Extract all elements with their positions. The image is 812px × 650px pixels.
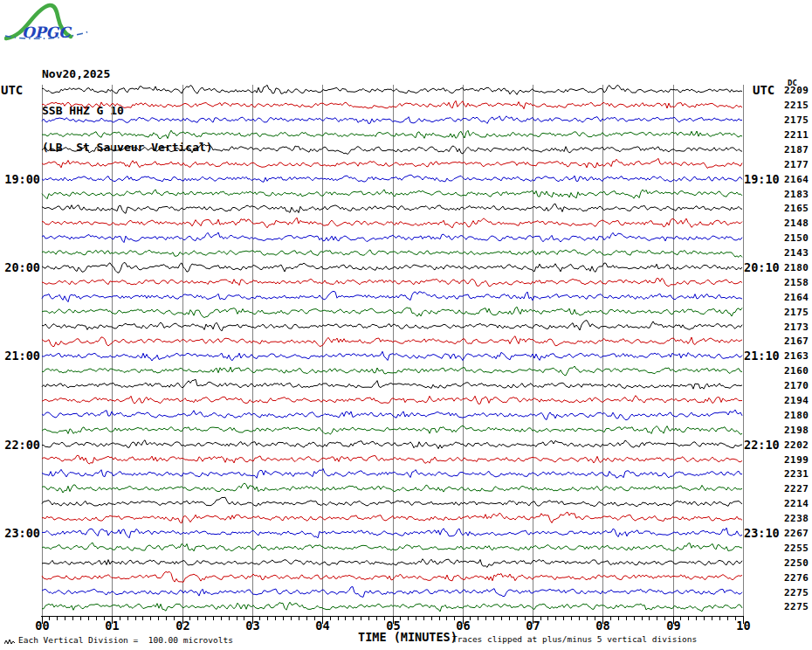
seismogram-trace: [42, 528, 742, 538]
dc-value: 2250: [784, 557, 809, 569]
time-label-left: 23:00: [0, 526, 40, 540]
x-tick-label: 04: [315, 619, 329, 633]
seismogram-trace: [42, 307, 742, 317]
dc-value: 2175: [784, 307, 809, 318]
dc-value: 2275: [784, 587, 809, 598]
dc-value: 2163: [784, 350, 809, 362]
x-tick-label: 09: [666, 619, 680, 633]
time-label-right: 22:10: [744, 438, 780, 452]
seismogram-trace: [42, 190, 742, 199]
dc-value: 2255: [784, 543, 809, 554]
seismogram-trace: [42, 425, 742, 434]
dc-value: 2199: [784, 454, 809, 466]
dc-value: 2194: [784, 395, 809, 406]
seismogram-trace: [42, 543, 742, 551]
x-tick-label: 02: [175, 619, 189, 633]
x-tick-label: 10: [736, 619, 750, 633]
seismogram-trace: [42, 250, 742, 258]
seismogram-trace: [42, 602, 742, 612]
helicorder-page: OPGC Nov20,2025 SSB HHZ G 10 (LB St Sauv…: [0, 0, 812, 650]
seismogram-trace: [42, 559, 742, 568]
dc-value: 2231: [784, 468, 809, 480]
dc-value: 2267: [784, 528, 809, 539]
dc-value: 2187: [784, 144, 809, 156]
seismogram-trace: [42, 100, 742, 109]
seismogram-trace: [42, 440, 742, 449]
dc-value: 2148: [784, 218, 809, 229]
dc-value: 2276: [784, 572, 809, 584]
dc-value: 2173: [784, 322, 809, 333]
clipping-note: Traces clipped at plus/minus 5 vertical …: [452, 634, 697, 644]
time-label-right: 23:10: [744, 526, 780, 540]
seismogram-trace: [42, 291, 742, 301]
time-label-left: 21:00: [0, 349, 40, 363]
x-axis-title: TIME (MINUTES): [358, 630, 458, 644]
dc-value: 2198: [784, 425, 809, 436]
seismogram-trace: [42, 351, 742, 361]
dc-value: 2180: [784, 262, 809, 273]
seismogram-trace: [42, 232, 742, 243]
dc-value: 2158: [784, 277, 809, 288]
seismogram-trace: [42, 144, 742, 154]
seismogram-trace: [42, 158, 742, 168]
x-tick-label: 00: [35, 619, 49, 633]
seismogram-trace: [42, 468, 742, 478]
seismogram-trace: [42, 571, 742, 582]
dc-value: 2167: [784, 335, 809, 347]
dc-value: 2177: [784, 159, 809, 170]
dc-value: 2183: [784, 189, 809, 200]
x-tick-label: 01: [105, 619, 119, 633]
dc-value: 2143: [784, 247, 809, 259]
time-label-left: 22:00: [0, 438, 40, 452]
seismogram-trace: [42, 410, 742, 420]
dc-value: 2238: [784, 513, 809, 524]
time-label-right: 20:10: [744, 260, 780, 274]
time-label-left: 20:00: [0, 260, 40, 274]
seismogram-trace: [42, 116, 742, 124]
microvolt-scale-icon: [4, 638, 15, 646]
seismogram-trace: [42, 366, 742, 376]
dc-value: 2275: [784, 601, 809, 612]
time-label-left: 19:00: [0, 172, 40, 186]
seismogram-trace: [42, 336, 742, 347]
dc-value: 2202: [784, 439, 809, 451]
seismogram-trace: [42, 262, 742, 273]
dc-value: 2164: [784, 174, 809, 185]
seismogram-plot: 0001020304050607080910: [0, 0, 812, 650]
seismogram-trace: [42, 130, 742, 139]
dc-value: 2214: [784, 498, 809, 509]
dc-value: 2150: [784, 232, 809, 244]
dc-value: 2165: [784, 203, 809, 214]
x-tick-label: 06: [456, 619, 470, 633]
dc-value: 2215: [784, 100, 809, 111]
vertical-division-note: Each Vertical Division = 100.00 microvol…: [18, 635, 233, 645]
dc-value: 2211: [784, 129, 809, 141]
dc-value: 2175: [784, 114, 809, 126]
seismogram-trace: [42, 85, 742, 94]
seismogram-trace: [42, 512, 742, 523]
dc-value: 2160: [784, 365, 809, 377]
seismogram-trace: [42, 379, 742, 389]
seismogram-trace: [42, 218, 742, 228]
dc-value: 2209: [784, 85, 809, 96]
x-tick-label: 08: [595, 619, 609, 633]
time-label-right: 21:10: [744, 349, 780, 363]
seismogram-trace: [42, 455, 742, 464]
x-tick-label: 03: [245, 619, 259, 633]
seismogram-trace: [42, 396, 742, 405]
seismogram-trace: [42, 483, 742, 493]
seismogram-trace: [42, 587, 742, 598]
seismogram-trace: [42, 321, 742, 331]
seismogram-trace: [42, 279, 742, 287]
dc-value: 2170: [784, 380, 809, 391]
seismogram-trace: [42, 175, 742, 182]
x-tick-label: 07: [526, 619, 540, 633]
seismogram-trace: [42, 497, 742, 506]
dc-value: 2164: [784, 292, 809, 303]
dc-value: 2227: [784, 483, 809, 494]
seismogram-trace: [42, 204, 742, 213]
dc-value: 2180: [784, 410, 809, 421]
time-label-right: 19:10: [744, 172, 780, 186]
